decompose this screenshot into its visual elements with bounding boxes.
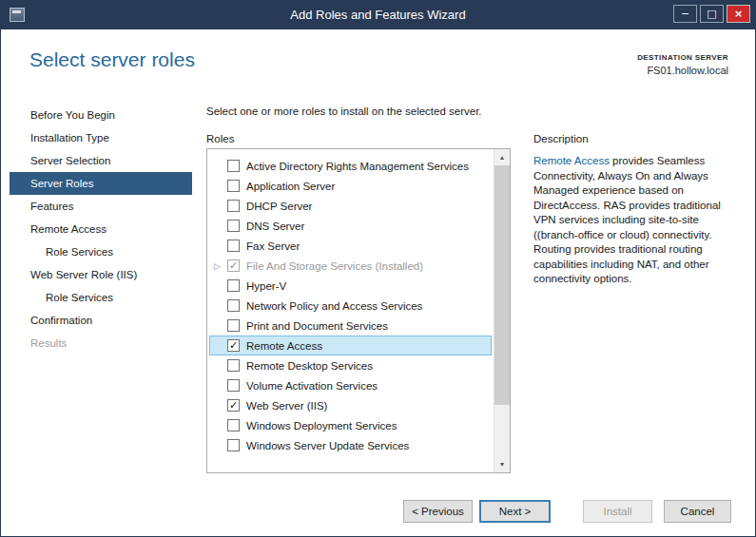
role-label: Print and Document Services [246,320,388,332]
minimize-icon[interactable]: − [673,5,697,23]
close-icon[interactable]: × [727,5,750,23]
role-row[interactable]: Active Directory Rights Management Servi… [209,156,492,176]
expand-arrow-icon[interactable]: ▷ [214,261,227,271]
roles-listbox[interactable]: Active Directory Rights Management Servi… [206,148,511,473]
role-row[interactable]: Fax Server [209,236,492,256]
role-checkbox[interactable] [227,180,240,192]
description-header: Description [533,133,589,144]
window-controls: − □ × [673,5,750,23]
destination-server-label: DESTINATION SERVER [637,53,728,62]
sidebar-item-remote-access[interactable]: Remote Access [10,218,192,240]
role-row[interactable]: ✓Remote Access [209,336,492,355]
window-title: Add Roles and Features Wizard [1,8,755,22]
role-checkbox[interactable] [227,299,240,312]
previous-button[interactable]: < Previous [403,500,473,523]
wizard-window: Add Roles and Features Wizard − □ × Sele… [0,0,756,537]
remote-access-link[interactable]: Remote Access [533,155,610,166]
role-label: File And Storage Services (Installed) [246,260,423,272]
sidebar-item-role-services[interactable]: Role Services [10,286,192,309]
role-checkbox[interactable] [227,319,240,332]
roles-list: Active Directory Rights Management Servi… [207,149,494,472]
role-label: Web Server (IIS) [246,400,327,412]
sidebar-item-before-you-begin[interactable]: Before You Begin [10,104,192,126]
role-row[interactable]: DNS Server [209,216,492,236]
role-checkbox[interactable] [227,240,240,252]
role-checkbox[interactable] [227,160,240,172]
role-row[interactable]: Volume Activation Services [209,375,492,395]
role-label: Fax Server [246,240,300,252]
role-row[interactable]: Application Server [209,176,492,196]
role-checkbox[interactable] [227,439,240,451]
sidebar-item-web-server-role-iis-[interactable]: Web Server Role (IIS) [10,263,192,286]
sidebar-item-server-selection[interactable]: Server Selection [10,149,192,172]
next-button[interactable]: Next > [479,500,551,523]
role-checkbox[interactable]: ✓ [227,259,240,272]
instruction-text: Select one or more roles to install on t… [206,105,482,117]
titlebar: Add Roles and Features Wizard − □ × [1,1,755,29]
maximize-icon[interactable]: □ [700,5,724,23]
role-label: Windows Server Update Services [246,440,409,451]
roles-scrollbar[interactable]: ▲ ▼ [494,149,510,472]
role-label: Active Directory Rights Management Servi… [246,161,469,172]
role-checkbox[interactable]: ✓ [227,339,240,352]
destination-block: DESTINATION SERVER FS01.hollow.local [637,53,728,76]
wizard-nav: Before You BeginInstallation TypeServer … [10,104,192,355]
role-row[interactable]: Windows Server Update Services [209,435,492,455]
cancel-button[interactable]: Cancel [664,500,731,523]
sidebar-item-features[interactable]: Features [10,195,192,218]
role-row[interactable]: Remote Desktop Services [209,355,492,375]
scroll-up-icon[interactable]: ▲ [494,149,510,165]
role-label: DHCP Server [246,201,312,212]
role-label: DNS Server [246,221,304,232]
role-row[interactable]: Network Policy and Access Services [209,296,492,316]
sidebar-item-role-services[interactable]: Role Services [10,240,192,263]
role-checkbox[interactable] [227,359,240,372]
role-row[interactable]: Print and Document Services [209,316,492,336]
role-label: Network Policy and Access Services [246,300,422,312]
role-row[interactable]: ✓Web Server (IIS) [209,395,492,415]
scroll-down-icon[interactable]: ▼ [494,456,510,472]
role-row[interactable]: ▷✓File And Storage Services (Installed) [209,256,492,276]
role-checkbox[interactable] [227,279,240,292]
sidebar-item-confirmation[interactable]: Confirmation [10,309,192,332]
role-checkbox[interactable]: ✓ [227,399,240,412]
role-label: Application Server [246,181,335,192]
role-checkbox[interactable] [227,419,240,432]
role-label: Hyper-V [246,280,286,292]
role-row[interactable]: Windows Deployment Services [209,415,492,435]
role-label: Remote Access [246,340,322,352]
role-checkbox[interactable] [227,379,240,392]
sidebar-item-results: Results [10,332,192,355]
roles-group-label: Roles [206,133,234,144]
role-checkbox[interactable] [227,220,240,232]
role-row[interactable]: DHCP Server [209,196,492,216]
role-label: Volume Activation Services [246,380,378,392]
page-title: Select server roles [29,48,195,71]
install-button: Install [583,500,652,523]
description-body: provides Seamless Connectivity, Always O… [533,155,721,284]
role-checkbox[interactable] [227,200,240,212]
destination-server-name: FS01.hollow.local [637,65,728,76]
role-label: Remote Desktop Services [246,360,373,372]
sidebar-item-installation-type[interactable]: Installation Type [10,126,192,149]
scroll-thumb[interactable] [494,165,510,405]
description-text: Remote Access provides Seamless Connecti… [533,154,741,287]
role-label: Windows Deployment Services [246,420,397,432]
sidebar-item-server-roles[interactable]: Server Roles [10,172,192,195]
role-row[interactable]: Hyper-V [209,276,492,296]
